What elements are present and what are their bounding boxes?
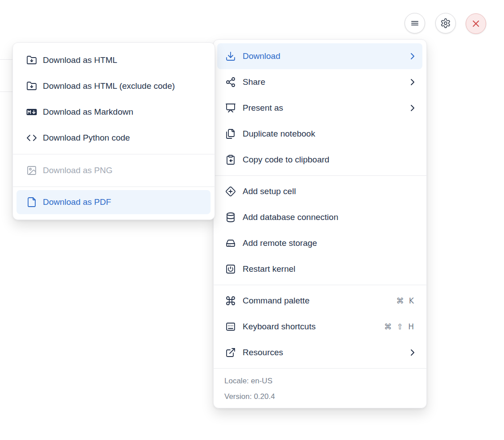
menu-item-label: Add setup cell — [243, 187, 296, 196]
menu-item-label: Resources — [243, 348, 283, 357]
chevron-right-icon — [407, 103, 418, 113]
menu-item-label: Download as HTML (exclude code) — [43, 81, 175, 91]
notebook-menu-button[interactable] — [405, 13, 425, 33]
download-submenu: Download as HTML Download as HTML (exclu… — [12, 42, 215, 220]
menu-item-download-python-code[interactable]: Download Python code — [17, 125, 211, 151]
menu-item-label: Download as PDF — [43, 197, 111, 207]
command-icon — [225, 295, 236, 306]
menu-item-restart-kernel[interactable]: Restart kernel — [217, 256, 422, 282]
version-text: Version: 0.20.4 — [214, 389, 426, 404]
locale-text: Locale: en-US — [214, 373, 426, 389]
menu-item-download-as-html[interactable]: Download as HTML — [17, 47, 211, 73]
page-edge-line — [0, 59, 13, 60]
menu-item-label: Download — [243, 51, 281, 61]
shortcut-badge: ⌘ K — [396, 296, 415, 305]
download-icon — [225, 51, 236, 62]
menu-item-download-as-markdown[interactable]: Download as Markdown — [17, 99, 211, 125]
image-icon — [26, 165, 37, 176]
folder-down-icon — [26, 81, 37, 91]
menu-item-resources[interactable]: Resources — [217, 340, 422, 365]
keyboard-icon — [225, 321, 236, 332]
shortcut-badge: ⌘ ⇧ H — [384, 322, 415, 331]
notebook-menu: Download Share Present as Duplicate note… — [213, 39, 427, 408]
menu-item-label: Download as Markdown — [43, 107, 133, 117]
menu-item-add-setup-cell[interactable]: Add setup cell — [217, 178, 422, 204]
duplicate-icon — [225, 129, 236, 139]
menu-separator — [214, 368, 426, 369]
menu-item-copy-code[interactable]: Copy code to clipboard — [217, 147, 422, 173]
menu-item-label: Add database connection — [243, 212, 338, 222]
menu-item-label: Download as PNG — [43, 166, 112, 175]
menu-item-share[interactable]: Share — [217, 69, 422, 95]
menu-item-add-remote-storage[interactable]: Add remote storage — [217, 230, 422, 256]
code-icon — [26, 133, 37, 143]
menu-item-label: Download as HTML — [43, 55, 117, 65]
menu-item-label: Restart kernel — [243, 264, 295, 274]
close-icon — [471, 18, 481, 29]
menu-item-command-palette[interactable]: Command palette ⌘ K — [217, 288, 422, 314]
clipboard-copy-icon — [225, 154, 236, 165]
external-link-icon — [225, 347, 236, 358]
chevron-right-icon — [407, 51, 418, 62]
gear-icon — [440, 18, 451, 29]
hard-drive-icon — [225, 238, 236, 249]
menu-item-download-as-pdf[interactable]: Download as PDF — [17, 190, 211, 214]
menu-item-label: Copy code to clipboard — [243, 155, 329, 165]
settings-button[interactable] — [435, 13, 456, 33]
menu-item-label: Add remote storage — [243, 238, 317, 248]
folder-down-icon — [26, 55, 37, 66]
menu-footer: Locale: en-US Version: 0.20.4 — [214, 371, 426, 408]
menu-item-keyboard-shortcuts[interactable]: Keyboard shortcuts ⌘ ⇧ H — [217, 314, 422, 340]
power-icon — [225, 264, 236, 274]
chevron-right-icon — [407, 347, 418, 358]
share-icon — [225, 77, 236, 87]
database-icon — [225, 212, 236, 223]
hamburger-icon — [409, 18, 420, 29]
menu-item-duplicate-notebook[interactable]: Duplicate notebook — [217, 121, 422, 147]
menu-item-present-as[interactable]: Present as — [217, 95, 422, 121]
markdown-icon — [26, 107, 37, 117]
menu-separator — [13, 187, 215, 187]
close-button[interactable] — [466, 13, 486, 34]
menu-separator — [13, 154, 215, 154]
menu-separator — [214, 175, 426, 176]
menu-item-label: Share — [243, 77, 265, 87]
menu-separator — [214, 285, 426, 285]
menu-item-download-as-html-exclude-code[interactable]: Download as HTML (exclude code) — [17, 73, 211, 99]
menu-item-label: Duplicate notebook — [243, 129, 315, 139]
chevron-right-icon — [407, 77, 418, 87]
menu-item-add-database-connection[interactable]: Add database connection — [217, 204, 422, 230]
menu-item-label: Command palette — [243, 296, 310, 306]
menu-item-label: Download Python code — [43, 133, 130, 143]
menu-item-label: Keyboard shortcuts — [243, 322, 316, 332]
menu-item-download[interactable]: Download — [217, 43, 422, 69]
menu-item-download-as-png: Download as PNG — [17, 158, 211, 183]
file-icon — [26, 197, 37, 208]
page-edge-line — [0, 91, 13, 92]
menu-item-label: Present as — [243, 103, 283, 113]
diamond-plus-icon — [225, 186, 236, 197]
presentation-icon — [225, 103, 236, 113]
